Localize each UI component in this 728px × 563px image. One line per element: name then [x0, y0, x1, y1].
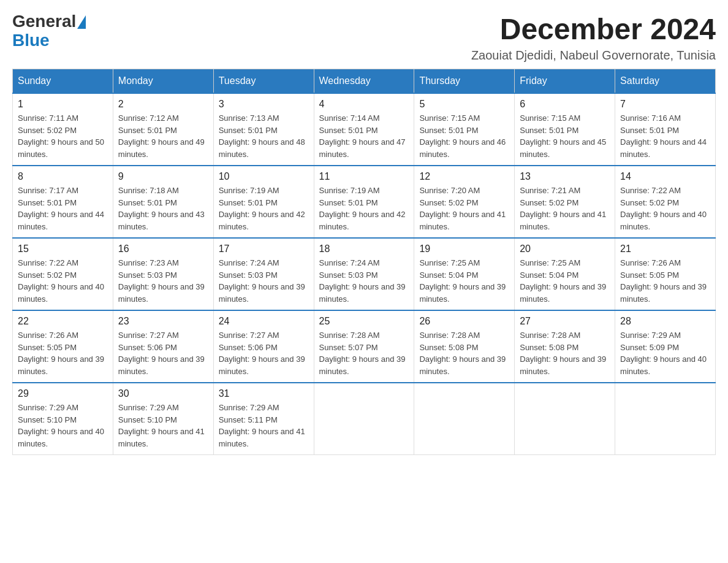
day-number: 5 — [419, 99, 509, 110]
calendar-table: SundayMondayTuesdayWednesdayThursdayFrid… — [12, 69, 716, 455]
calendar-week-row: 1 Sunrise: 7:11 AMSunset: 5:02 PMDayligh… — [13, 93, 716, 166]
calendar-week-row: 15 Sunrise: 7:22 AMSunset: 5:02 PMDaylig… — [13, 238, 716, 310]
calendar-header-tuesday: Tuesday — [213, 69, 314, 94]
day-info: Sunrise: 7:11 AMSunset: 5:02 PMDaylight:… — [18, 113, 104, 159]
calendar-cell: 12 Sunrise: 7:20 AMSunset: 5:02 PMDaylig… — [414, 166, 515, 238]
calendar-header-thursday: Thursday — [414, 69, 515, 94]
day-number: 27 — [520, 316, 610, 327]
calendar-week-row: 22 Sunrise: 7:26 AMSunset: 5:05 PMDaylig… — [13, 310, 716, 383]
calendar-cell: 16 Sunrise: 7:23 AMSunset: 5:03 PMDaylig… — [113, 238, 213, 310]
logo-text-blue: Blue — [12, 31, 50, 50]
logo: General Blue — [12, 12, 86, 50]
calendar-cell — [515, 383, 615, 455]
day-number: 25 — [319, 316, 409, 327]
day-number: 7 — [620, 99, 710, 110]
day-info: Sunrise: 7:29 AMSunset: 5:11 PMDaylight:… — [219, 403, 305, 448]
day-number: 29 — [18, 388, 108, 399]
day-info: Sunrise: 7:26 AMSunset: 5:05 PMDaylight:… — [620, 258, 707, 304]
day-info: Sunrise: 7:25 AMSunset: 5:04 PMDaylight:… — [520, 258, 606, 304]
day-number: 30 — [118, 388, 208, 399]
month-title: December 2024 — [471, 12, 716, 46]
day-info: Sunrise: 7:15 AMSunset: 5:01 PMDaylight:… — [520, 113, 606, 159]
calendar-header-wednesday: Wednesday — [314, 69, 414, 94]
day-info: Sunrise: 7:29 AMSunset: 5:10 PMDaylight:… — [118, 403, 205, 448]
page-header: General Blue December 2024 Zaouiat Djedi… — [12, 12, 716, 63]
day-info: Sunrise: 7:15 AMSunset: 5:01 PMDaylight:… — [419, 113, 506, 159]
calendar-cell: 3 Sunrise: 7:13 AMSunset: 5:01 PMDayligh… — [213, 93, 314, 166]
day-info: Sunrise: 7:26 AMSunset: 5:05 PMDaylight:… — [18, 331, 104, 376]
logo-text-general: General — [12, 12, 76, 31]
calendar-header-sunday: Sunday — [13, 69, 113, 94]
calendar-cell: 22 Sunrise: 7:26 AMSunset: 5:05 PMDaylig… — [13, 310, 113, 383]
day-number: 10 — [219, 171, 309, 182]
day-info: Sunrise: 7:28 AMSunset: 5:08 PMDaylight:… — [520, 331, 606, 376]
calendar-cell: 18 Sunrise: 7:24 AMSunset: 5:03 PMDaylig… — [314, 238, 414, 310]
day-number: 6 — [520, 99, 610, 110]
calendar-cell: 15 Sunrise: 7:22 AMSunset: 5:02 PMDaylig… — [13, 238, 113, 310]
calendar-cell: 17 Sunrise: 7:24 AMSunset: 5:03 PMDaylig… — [213, 238, 314, 310]
calendar-week-row: 8 Sunrise: 7:17 AMSunset: 5:01 PMDayligh… — [13, 166, 716, 238]
day-info: Sunrise: 7:27 AMSunset: 5:06 PMDaylight:… — [219, 331, 305, 376]
calendar-cell: 4 Sunrise: 7:14 AMSunset: 5:01 PMDayligh… — [314, 93, 414, 166]
day-info: Sunrise: 7:19 AMSunset: 5:01 PMDaylight:… — [319, 186, 406, 231]
day-number: 1 — [18, 99, 108, 110]
calendar-cell: 27 Sunrise: 7:28 AMSunset: 5:08 PMDaylig… — [515, 310, 615, 383]
day-number: 18 — [319, 243, 409, 255]
calendar-cell: 23 Sunrise: 7:27 AMSunset: 5:06 PMDaylig… — [113, 310, 213, 383]
day-number: 3 — [219, 99, 309, 110]
day-info: Sunrise: 7:22 AMSunset: 5:02 PMDaylight:… — [18, 258, 104, 304]
calendar-cell: 14 Sunrise: 7:22 AMSunset: 5:02 PMDaylig… — [615, 166, 716, 238]
day-number: 2 — [118, 99, 208, 110]
calendar-cell: 19 Sunrise: 7:25 AMSunset: 5:04 PMDaylig… — [414, 238, 515, 310]
calendar-cell: 31 Sunrise: 7:29 AMSunset: 5:11 PMDaylig… — [213, 383, 314, 455]
day-number: 19 — [419, 243, 509, 255]
day-info: Sunrise: 7:16 AMSunset: 5:01 PMDaylight:… — [620, 113, 707, 159]
calendar-header-friday: Friday — [515, 69, 615, 94]
day-info: Sunrise: 7:28 AMSunset: 5:08 PMDaylight:… — [419, 331, 506, 376]
day-info: Sunrise: 7:19 AMSunset: 5:01 PMDaylight:… — [219, 186, 305, 231]
day-number: 17 — [219, 243, 309, 255]
title-section: December 2024 Zaouiat Djedidi, Nabeul Go… — [471, 12, 716, 63]
day-info: Sunrise: 7:24 AMSunset: 5:03 PMDaylight:… — [219, 258, 305, 304]
day-number: 20 — [520, 243, 610, 255]
day-info: Sunrise: 7:28 AMSunset: 5:07 PMDaylight:… — [319, 331, 406, 376]
calendar-header-monday: Monday — [113, 69, 213, 94]
day-info: Sunrise: 7:13 AMSunset: 5:01 PMDaylight:… — [219, 113, 305, 159]
day-info: Sunrise: 7:12 AMSunset: 5:01 PMDaylight:… — [118, 113, 205, 159]
day-info: Sunrise: 7:21 AMSunset: 5:02 PMDaylight:… — [520, 186, 606, 231]
calendar-cell: 29 Sunrise: 7:29 AMSunset: 5:10 PMDaylig… — [13, 383, 113, 455]
day-number: 21 — [620, 243, 710, 255]
day-number: 24 — [219, 316, 309, 327]
calendar-cell: 6 Sunrise: 7:15 AMSunset: 5:01 PMDayligh… — [515, 93, 615, 166]
calendar-cell: 5 Sunrise: 7:15 AMSunset: 5:01 PMDayligh… — [414, 93, 515, 166]
calendar-cell: 11 Sunrise: 7:19 AMSunset: 5:01 PMDaylig… — [314, 166, 414, 238]
calendar-cell: 2 Sunrise: 7:12 AMSunset: 5:01 PMDayligh… — [113, 93, 213, 166]
calendar-cell: 26 Sunrise: 7:28 AMSunset: 5:08 PMDaylig… — [414, 310, 515, 383]
day-info: Sunrise: 7:20 AMSunset: 5:02 PMDaylight:… — [419, 186, 506, 231]
calendar-cell: 28 Sunrise: 7:29 AMSunset: 5:09 PMDaylig… — [615, 310, 716, 383]
calendar-cell: 13 Sunrise: 7:21 AMSunset: 5:02 PMDaylig… — [515, 166, 615, 238]
day-number: 31 — [219, 388, 309, 399]
location-title: Zaouiat Djedidi, Nabeul Governorate, Tun… — [471, 48, 716, 63]
day-info: Sunrise: 7:14 AMSunset: 5:01 PMDaylight:… — [319, 113, 406, 159]
day-number: 12 — [419, 171, 509, 182]
day-number: 15 — [18, 243, 108, 255]
calendar-header-saturday: Saturday — [615, 69, 716, 94]
calendar-cell: 8 Sunrise: 7:17 AMSunset: 5:01 PMDayligh… — [13, 166, 113, 238]
day-number: 4 — [319, 99, 409, 110]
day-number: 14 — [620, 171, 710, 182]
day-info: Sunrise: 7:25 AMSunset: 5:04 PMDaylight:… — [419, 258, 506, 304]
calendar-cell: 10 Sunrise: 7:19 AMSunset: 5:01 PMDaylig… — [213, 166, 314, 238]
calendar-cell: 1 Sunrise: 7:11 AMSunset: 5:02 PMDayligh… — [13, 93, 113, 166]
calendar-cell: 7 Sunrise: 7:16 AMSunset: 5:01 PMDayligh… — [615, 93, 716, 166]
day-number: 22 — [18, 316, 108, 327]
day-number: 28 — [620, 316, 710, 327]
day-number: 16 — [118, 243, 208, 255]
calendar-cell: 20 Sunrise: 7:25 AMSunset: 5:04 PMDaylig… — [515, 238, 615, 310]
calendar-cell: 30 Sunrise: 7:29 AMSunset: 5:10 PMDaylig… — [113, 383, 213, 455]
calendar-week-row: 29 Sunrise: 7:29 AMSunset: 5:10 PMDaylig… — [13, 383, 716, 455]
day-info: Sunrise: 7:17 AMSunset: 5:01 PMDaylight:… — [18, 186, 104, 231]
day-number: 26 — [419, 316, 509, 327]
day-number: 11 — [319, 171, 409, 182]
calendar-cell — [314, 383, 414, 455]
